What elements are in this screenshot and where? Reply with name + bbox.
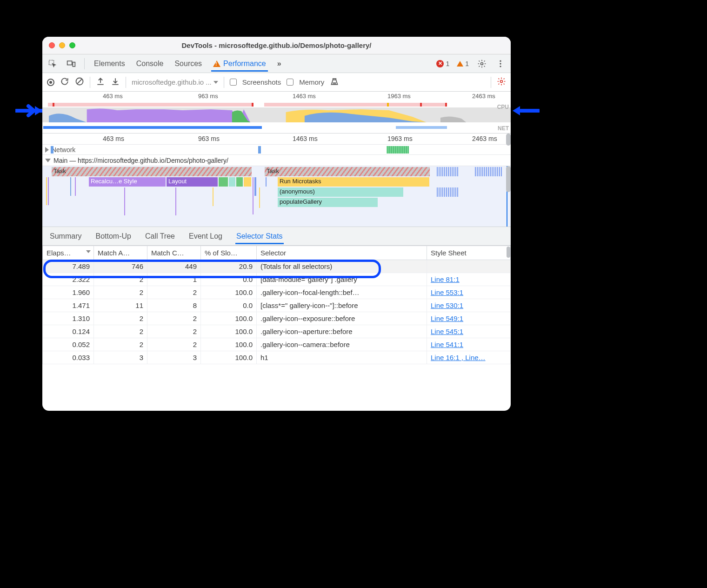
window-title: DevTools - microsoftedge.github.io/Demos… <box>42 41 511 49</box>
cpu-label: CPU <box>497 104 509 110</box>
settings-icon[interactable] <box>476 58 487 69</box>
table-cell: 2.322 <box>43 273 94 286</box>
errors-badge[interactable]: ✕ 1 <box>436 60 449 67</box>
warning-icon <box>213 60 220 67</box>
col-elapsed[interactable]: Elaps… <box>43 246 94 260</box>
site-selector-label: microsoftedge.github.io ... <box>132 78 212 86</box>
table-row[interactable]: 0.03333100.0h1Line 16:1 , Line… <box>43 351 511 364</box>
col-match-a[interactable]: Match A… <box>94 246 147 260</box>
tab-sources[interactable]: Sources <box>173 56 204 72</box>
flame-task[interactable]: Task <box>52 167 252 176</box>
collapse-icon[interactable] <box>45 159 51 162</box>
table-cell: (Totals for all selectors) <box>257 260 427 273</box>
svg-marker-10 <box>513 106 520 115</box>
col-selector[interactable]: Selector <box>257 246 427 260</box>
tab-event-log[interactable]: Event Log <box>188 228 223 244</box>
screenshots-checkbox[interactable] <box>230 79 237 86</box>
flamechart-pane[interactable]: 463 ms 963 ms 1463 ms 1963 ms 2463 ms Ne… <box>42 134 511 227</box>
tab-elements[interactable]: Elements <box>92 56 127 72</box>
flame-bar[interactable] <box>229 177 235 187</box>
warnings-badge[interactable]: 1 <box>457 60 469 67</box>
main-track-header[interactable]: Main — https://microsoftedge.github.io/D… <box>42 155 511 166</box>
expand-icon[interactable] <box>45 147 49 153</box>
divider <box>84 58 85 69</box>
flame-recalc-style[interactable]: Recalcu…e Style <box>89 177 166 187</box>
stylesheet-link[interactable]: Line 545:1 <box>431 327 463 335</box>
table-scrollbar[interactable] <box>507 247 510 258</box>
reload-button[interactable] <box>60 77 69 87</box>
table-row[interactable]: 1.96022100.0.gallery-icon--focal-length:… <box>43 286 511 299</box>
flamechart[interactable]: Task Task Recalcu…e Style Layout Run Mic… <box>42 166 511 227</box>
stylesheet-link[interactable]: Line 16:1 , Line… <box>431 354 486 361</box>
divider <box>224 77 224 88</box>
table-row[interactable]: 0.12422100.0.gallery-icon--aperture::bef… <box>43 325 511 338</box>
flame-task[interactable]: Task <box>265 167 430 176</box>
memory-label: Memory <box>299 78 324 86</box>
flame-bar[interactable] <box>244 177 251 187</box>
table-cell: 0.124 <box>43 325 94 338</box>
table-cell: 2 <box>147 325 201 338</box>
tab-console[interactable]: Console <box>134 56 166 72</box>
titlebar: DevTools - microsoftedge.github.io/Demos… <box>42 37 511 54</box>
upload-icon[interactable] <box>96 77 105 87</box>
minimize-button[interactable] <box>59 42 65 48</box>
stylesheet-link[interactable]: Line 81:1 <box>431 275 460 283</box>
svg-point-6 <box>500 66 501 67</box>
col-pct-slow[interactable]: % of Slo… <box>201 246 257 260</box>
table-row[interactable]: 7.48974644920.9(Totals for all selectors… <box>43 260 511 273</box>
table-cell: [class*=" gallery-icon--"]::before <box>257 299 427 312</box>
col-match-c[interactable]: Match C… <box>147 246 201 260</box>
kebab-icon[interactable] <box>495 58 506 69</box>
network-track[interactable]: Network <box>42 145 511 155</box>
record-button[interactable] <box>47 79 54 86</box>
stylesheet-link[interactable]: Line 530:1 <box>431 301 463 309</box>
table-cell: 100.0 <box>201 312 257 325</box>
stylesheet-link[interactable]: Line 549:1 <box>431 314 463 322</box>
svg-point-4 <box>500 60 501 61</box>
device-toggle-icon[interactable] <box>66 58 77 69</box>
table-row[interactable]: 1.4711180.0[class*=" gallery-icon--"]::b… <box>43 299 511 312</box>
clear-button[interactable] <box>75 77 84 87</box>
table-body: 7.48974644920.9(Totals for all selectors… <box>43 260 511 364</box>
warn-count: 1 <box>465 60 469 67</box>
table-row[interactable]: 0.05222100.0.gallery-icon--camera::befor… <box>43 338 511 351</box>
table-row[interactable]: 1.31022100.0.gallery-icon--exposure::bef… <box>43 312 511 325</box>
svg-rect-1 <box>67 61 72 65</box>
performance-toolbar: microsoftedge.github.io ... Screenshots … <box>42 73 511 92</box>
col-stylesheet[interactable]: Style Sheet <box>427 246 511 260</box>
site-selector[interactable]: microsoftedge.github.io ... <box>132 78 218 86</box>
table-cell: 20.9 <box>201 260 257 273</box>
tab-summary[interactable]: Summary <box>49 228 82 244</box>
capture-settings-icon[interactable] <box>497 77 506 87</box>
stylesheet-link[interactable]: Line 553:1 <box>431 288 463 296</box>
flame-anonymous[interactable]: (anonymous) <box>278 187 403 197</box>
timeline-overview[interactable]: 463 ms 963 ms 1463 ms 1963 ms 2463 ms <box>42 92 511 134</box>
tab-call-tree[interactable]: Call Tree <box>144 228 176 244</box>
memory-checkbox[interactable] <box>287 79 293 86</box>
tab-performance[interactable]: Performance <box>211 56 268 72</box>
close-button[interactable] <box>49 42 55 48</box>
flame-populate-gallery[interactable]: populateGallery <box>278 198 378 207</box>
table-row[interactable]: 2.322210.0[data-module="gallery"] .galle… <box>43 273 511 286</box>
table-cell: 3 <box>94 351 147 364</box>
flame-run-microtasks[interactable]: Run Microtasks <box>278 177 429 187</box>
zoom-button[interactable] <box>69 42 75 48</box>
error-count: 1 <box>446 60 449 67</box>
table-cell: 0.033 <box>43 351 94 364</box>
stylesheet-link[interactable]: Line 541:1 <box>431 341 463 348</box>
gc-icon[interactable] <box>330 77 339 87</box>
inspect-icon[interactable] <box>47 58 58 69</box>
tab-more[interactable]: » <box>275 56 283 72</box>
tab-bottom-up[interactable]: Bottom-Up <box>94 228 132 244</box>
download-icon[interactable] <box>111 77 120 87</box>
flame-scrollbar[interactable] <box>506 134 511 227</box>
table-cell: h1 <box>257 351 427 364</box>
flame-bar[interactable] <box>236 177 243 187</box>
table-cell: 3 <box>147 351 201 364</box>
annotation-arrow-right <box>512 101 540 120</box>
table-cell: 746 <box>94 260 147 273</box>
flame-bar[interactable] <box>219 177 228 187</box>
flame-layout[interactable]: Layout <box>167 177 218 187</box>
panel-tabstrip: Elements Console Sources Performance » ✕… <box>42 54 511 73</box>
tab-selector-stats[interactable]: Selector Stats <box>235 228 284 244</box>
